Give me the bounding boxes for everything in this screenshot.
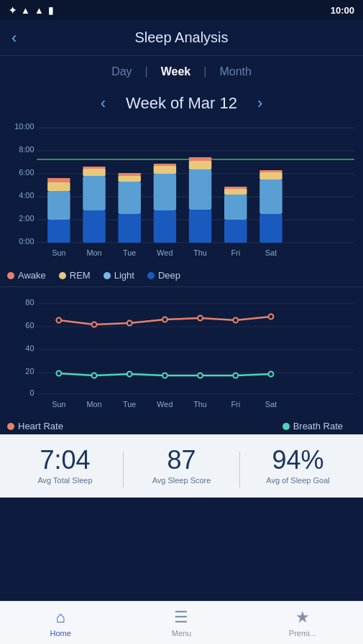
svg-point-58: [56, 318, 61, 323]
deep-dot: [147, 272, 155, 279]
week-title: Week of Mar 12: [126, 94, 237, 113]
legend-rem: REM: [59, 270, 91, 281]
status-time: 10:00: [331, 5, 354, 16]
svg-rect-21: [118, 214, 140, 243]
svg-text:60: 60: [25, 321, 34, 330]
svg-point-70: [233, 373, 238, 378]
svg-text:Sat: Sat: [265, 248, 277, 257]
svg-text:2:00: 2:00: [19, 214, 34, 223]
svg-text:Sat: Sat: [265, 400, 277, 409]
line-chart-svg: 80 60 40 20 0: [9, 294, 354, 416]
svg-point-66: [92, 373, 97, 378]
svg-rect-13: [47, 220, 70, 243]
svg-text:Tue: Tue: [123, 400, 136, 409]
legend-heart-rate: Heart Rate: [7, 421, 63, 431]
legend-breath-rate: Breath Rate: [282, 421, 343, 431]
line-chart: 80 60 40 20 0: [9, 294, 354, 416]
svg-rect-16: [47, 178, 70, 182]
rem-dot: [59, 272, 66, 279]
svg-point-60: [127, 321, 132, 326]
svg-rect-15: [47, 182, 70, 191]
signal-icon: ▲: [21, 5, 30, 16]
svg-rect-28: [154, 164, 176, 166]
bar-chart: 10:00 8:00 6:00 4:00 2:00 0:00: [9, 122, 354, 266]
svg-rect-33: [224, 220, 247, 243]
rem-label: REM: [70, 270, 91, 281]
prev-week-button[interactable]: ‹: [95, 94, 111, 113]
svg-point-62: [198, 316, 203, 321]
chart-divider: [0, 286, 363, 287]
nav-home[interactable]: ⌂ Home: [0, 608, 121, 638]
svg-text:Thu: Thu: [193, 400, 207, 409]
tab-month[interactable]: Month: [206, 65, 264, 78]
svg-rect-23: [118, 176, 140, 182]
sleep-score-label: Avg Sleep Score: [124, 476, 239, 485]
back-button[interactable]: ‹: [12, 29, 17, 47]
bottom-navigation: ⌂ Home ☰ Menu ★ Premi...: [0, 601, 363, 644]
tab-week[interactable]: Week: [148, 65, 204, 78]
svg-point-59: [92, 322, 97, 327]
nav-premium-label: Premi...: [289, 629, 316, 638]
heart-rate-dot: [7, 423, 14, 430]
svg-text:Thu: Thu: [193, 248, 207, 257]
stat-sleep-score: 87 Avg Sleep Score: [124, 447, 239, 485]
bar-chart-container: 10:00 8:00 6:00 4:00 2:00 0:00: [0, 119, 363, 266]
svg-text:Sun: Sun: [52, 248, 65, 257]
week-navigation: ‹ Week of Mar 12 ›: [0, 88, 363, 119]
svg-rect-24: [118, 173, 140, 176]
legend-light: Light: [104, 270, 134, 281]
svg-text:6:00: 6:00: [19, 168, 34, 177]
svg-rect-27: [154, 166, 176, 174]
svg-text:10:00: 10:00: [14, 122, 34, 131]
svg-point-63: [233, 318, 238, 323]
svg-rect-35: [224, 189, 247, 195]
svg-point-67: [127, 372, 132, 377]
nav-premium[interactable]: ★ Premi...: [242, 608, 363, 638]
svg-text:40: 40: [25, 344, 34, 353]
wifi-icon: ▲: [35, 5, 44, 16]
heart-rate-label: Heart Rate: [18, 421, 63, 431]
svg-rect-38: [259, 179, 282, 214]
sleep-goal-value: 94%: [240, 447, 356, 473]
tab-bar: Day | Week | Month: [0, 56, 363, 88]
line-chart-legend: Heart Rate Breath Rate: [0, 416, 363, 434]
svg-rect-17: [83, 210, 105, 243]
battery-icon: ▮: [48, 5, 53, 16]
svg-rect-14: [47, 191, 70, 220]
svg-rect-18: [83, 176, 105, 210]
svg-text:Mon: Mon: [86, 400, 101, 409]
menu-icon: ☰: [174, 608, 188, 627]
svg-point-69: [198, 373, 203, 378]
light-dot: [104, 272, 111, 279]
svg-rect-29: [189, 210, 211, 243]
total-sleep-value: 7:04: [7, 447, 123, 473]
svg-text:0: 0: [29, 388, 34, 397]
light-label: Light: [114, 270, 134, 281]
bluetooth-icon: ✦: [9, 5, 17, 16]
stat-sleep-goal: 94% Avg of Sleep Goal: [240, 447, 356, 485]
svg-text:Fri: Fri: [231, 400, 240, 409]
premium-icon: ★: [295, 608, 310, 627]
home-icon: ⌂: [56, 608, 65, 627]
tab-day[interactable]: Day: [98, 65, 144, 78]
svg-rect-20: [83, 167, 105, 169]
deep-label: Deep: [158, 270, 180, 281]
svg-point-61: [162, 317, 167, 322]
svg-rect-36: [224, 187, 247, 189]
legend-deep: Deep: [147, 270, 180, 281]
svg-text:Sun: Sun: [52, 400, 65, 409]
svg-text:Fri: Fri: [231, 248, 240, 257]
svg-rect-34: [224, 195, 247, 220]
svg-text:80: 80: [25, 298, 34, 307]
svg-rect-30: [189, 169, 211, 210]
svg-point-64: [268, 314, 273, 319]
legend-awake: Awake: [7, 270, 46, 281]
total-sleep-label: Avg Total Sleep: [7, 476, 123, 485]
nav-menu[interactable]: ☰ Menu: [121, 608, 242, 638]
next-week-button[interactable]: ›: [252, 94, 268, 113]
awake-dot: [7, 272, 14, 279]
svg-rect-26: [154, 174, 176, 210]
sleep-goal-label: Avg of Sleep Goal: [240, 476, 356, 485]
svg-rect-37: [259, 214, 282, 243]
page-title: Sleep Analysis: [134, 29, 228, 46]
